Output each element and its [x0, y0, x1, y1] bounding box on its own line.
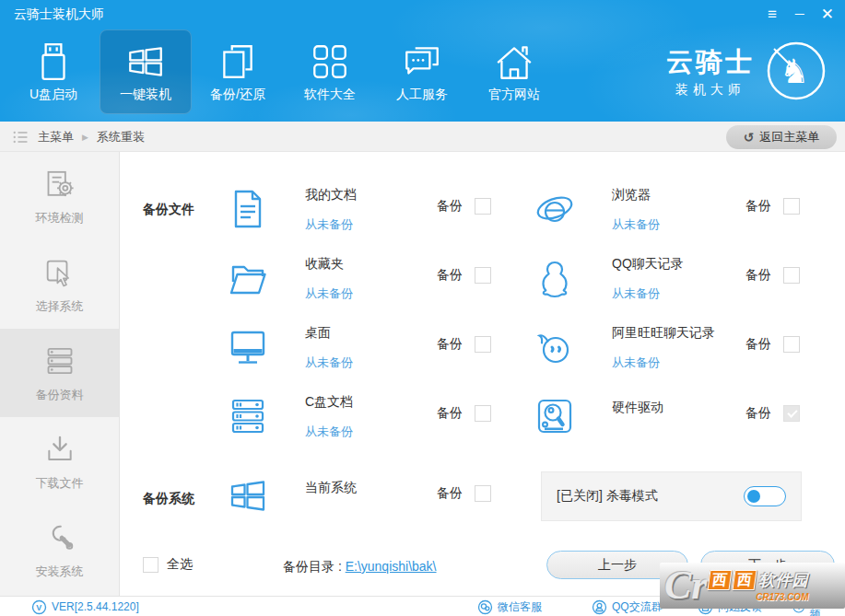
item-status-link[interactable]: 从未备份 [305, 424, 353, 440]
wechat-label: 微信客服 [498, 599, 542, 615]
nav-item-software[interactable]: 软件大全 [284, 29, 376, 114]
windows-panes-icon [124, 41, 167, 83]
nav-label: 一键装机 [120, 87, 171, 103]
wrench-icon [41, 520, 78, 557]
c-drive-stack-icon [226, 394, 270, 438]
sidebar-item-label: 下载文件 [36, 475, 84, 492]
backup-item-desktop: 桌面从未备份 备份 [226, 325, 491, 373]
item-status-link[interactable]: 从未备份 [612, 354, 660, 371]
return-arrow-icon: ↺ [744, 130, 755, 145]
backup-checkbox[interactable] [475, 267, 491, 284]
cursor-select-icon [41, 255, 78, 292]
backup-dir-label: 备份目录 : [283, 559, 342, 574]
nav-label: U盘启动 [29, 87, 77, 103]
item-name: 浏览器 [612, 187, 660, 203]
nav-item-website[interactable]: 官方网站 [468, 29, 560, 114]
nav-label: 软件大全 [304, 87, 356, 103]
hard-drive-icon [533, 394, 577, 438]
back-to-main-menu-button[interactable]: ↺ 返回主菜单 [726, 125, 837, 149]
item-name: 桌面 [305, 325, 353, 342]
select-all-checkbox[interactable] [143, 557, 158, 573]
sidebar-item-label: 安装系统 [36, 564, 84, 580]
nav-label: 人工服务 [396, 87, 448, 103]
breadcrumb-arrow-icon: ▶ [82, 133, 88, 142]
antivirus-mode-panel: [已关闭] 杀毒模式 [541, 471, 802, 521]
backup-label: 备份 [437, 267, 463, 284]
nav-item-service[interactable]: 人工服务 [376, 29, 468, 114]
breadcrumb: 主菜单 ▶ 系统重装 [11, 122, 145, 152]
backup-restore-icon [217, 41, 259, 83]
backup-checkbox[interactable] [475, 485, 491, 502]
svg-text:V: V [36, 603, 41, 612]
list-icon [11, 128, 29, 146]
qq-group-link[interactable]: QQ交流群 [592, 597, 663, 616]
select-all-control: 全选 [143, 556, 193, 573]
wechat-support-link[interactable]: 微信客服 [477, 597, 542, 616]
backup-item-favorites: 收藏夹从未备份 备份 [226, 256, 491, 304]
brand-subname: 装机大师 [666, 82, 755, 99]
backup-item-hardware-drivers: 硬件驱动 备份 [533, 394, 800, 442]
section-backup-system: 备份系统 [143, 491, 194, 507]
backup-checkbox[interactable] [475, 336, 491, 353]
item-name: 当前系统 [305, 480, 357, 496]
menu-icon[interactable]: ≡ [768, 6, 777, 22]
backup-checkbox-disabled [783, 405, 800, 422]
item-name: QQ聊天记录 [612, 256, 684, 273]
folder-icon [226, 256, 270, 300]
watermark-cr-logo: Cr [664, 565, 707, 606]
sidebar: 环境检测 选择系统 备份资料 下载文件 安装系统 [0, 152, 120, 596]
sidebar-item-install-system[interactable]: 安装系统 [0, 506, 119, 594]
xixia-software-watermark: Cr 西 西 软件园 CR173.COM [660, 563, 845, 609]
item-status-link[interactable]: 从未备份 [305, 354, 353, 371]
backup-checkbox[interactable] [475, 405, 491, 422]
sidebar-item-backup-data[interactable]: 备份资料 [0, 329, 119, 417]
wechat-icon [477, 599, 493, 615]
nav-item-backup-restore[interactable]: 备份/还原 [192, 29, 284, 114]
sidebar-item-download-files[interactable]: 下载文件 [0, 417, 119, 506]
antivirus-mode-label: [已关闭] 杀毒模式 [557, 488, 658, 505]
sidebar-item-label: 选择系统 [36, 298, 84, 315]
sidebar-item-label: 环境检测 [36, 210, 84, 227]
aliwangwang-icon [533, 325, 577, 369]
windows-system-icon [226, 474, 270, 518]
brand-logo-text: 云骑士 装机大师 [666, 44, 755, 99]
titlebar: 云骑士装机大师 ≡ ─ ✕ [0, 0, 845, 28]
qq-penguin-icon [533, 256, 577, 300]
backup-label: 备份 [437, 198, 463, 215]
backup-checkbox[interactable] [783, 198, 800, 215]
backup-checkbox[interactable] [783, 267, 800, 284]
toggle-knob [747, 490, 760, 503]
nav-item-usb-boot[interactable]: U盘启动 [7, 29, 100, 114]
backup-dir-link[interactable]: E:\yunqishi\bak\ [346, 559, 437, 574]
nav-label: 备份/还原 [210, 87, 265, 103]
backup-item-current-system: 当前系统 备份 [226, 474, 491, 522]
item-name: 我的文档 [305, 187, 357, 203]
header: 云骑士装机大师 ≡ ─ ✕ U盘启动 一键装机 备份/还原 软件大全 [0, 0, 845, 122]
qq-group-label: QQ交流群 [612, 599, 663, 615]
item-name: C盘文档 [305, 394, 353, 411]
select-all-label: 全选 [167, 556, 193, 573]
minimize-icon[interactable]: ─ [795, 7, 803, 20]
env-check-icon [41, 167, 78, 203]
window-title: 云骑士装机大师 [14, 6, 104, 23]
close-icon[interactable]: ✕ [821, 6, 834, 22]
breadcrumb-root[interactable]: 主菜单 [38, 129, 74, 145]
backup-checkbox[interactable] [783, 336, 800, 353]
item-status-link[interactable]: 从未备份 [305, 216, 353, 233]
watermark-xi-1: 西 [708, 570, 733, 590]
item-status-link[interactable]: 从未备份 [305, 285, 353, 302]
knight-emblem-icon: ♞ [762, 37, 830, 105]
server-stack-icon [41, 343, 78, 380]
nav-item-one-key-install[interactable]: 一键装机 [100, 29, 192, 114]
sidebar-item-env-check[interactable]: 环境检测 [0, 152, 119, 240]
backup-checkbox[interactable] [475, 198, 491, 215]
backup-item-browser: 浏览器从未备份 备份 [533, 187, 800, 235]
item-status-link[interactable]: 从未备份 [612, 285, 660, 302]
backup-item-aliwangwang-history: 阿里旺旺聊天记录从未备份 备份 [533, 325, 800, 373]
item-status-link[interactable]: 从未备份 [612, 216, 660, 233]
home-icon [493, 41, 535, 83]
antivirus-toggle[interactable] [744, 486, 786, 506]
sidebar-item-select-system[interactable]: 选择系统 [0, 240, 119, 329]
breadcrumb-bar: 主菜单 ▶ 系统重装 ↺ 返回主菜单 [0, 122, 845, 152]
main-nav: U盘启动 一键装机 备份/还原 软件大全 人工服务 官方网站 [7, 29, 560, 114]
